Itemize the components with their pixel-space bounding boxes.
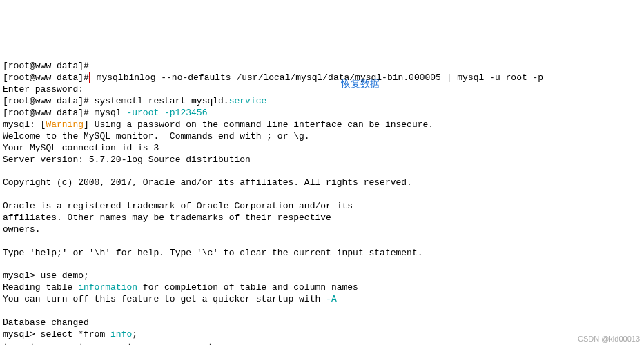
line-truncated: [root@www data]# — [3, 61, 89, 71]
command-highlight: mysqlbinlog --no-defaults /usr/local/mys… — [89, 72, 545, 83]
line-restart: [root@www data]# systemctl restart mysql… — [3, 96, 229, 106]
word-service: service — [229, 96, 267, 106]
line-trademark-3: owners. — [3, 224, 41, 235]
line-conn-id: Your MySQL connection id is 3 — [3, 143, 159, 153]
line-trademark-2: affiliates. Other names may be trademark… — [3, 213, 331, 223]
line-reading-a: Reading table — [3, 282, 78, 293]
warn-post: ] Using a password on the command line i… — [84, 119, 433, 130]
line-db-changed: Database changed — [3, 317, 89, 328]
line-use-db: mysql> use demo; — [3, 270, 89, 281]
terminal-output: [root@www data]# [root@www data]# mysqlb… — [3, 50, 641, 345]
line-mysql-login: [root@www data]# mysql — [3, 108, 126, 118]
prompt: [root@www data]# — [3, 72, 89, 83]
flag-a: -A — [326, 294, 337, 304]
line-trademark-1: Oracle is a registered trademark of Orac… — [3, 201, 353, 211]
warn-pre: mysql: [ — [3, 119, 46, 130]
annotation-restore-data: 恢复数据 — [341, 77, 380, 90]
line-help: Type 'help;' or '\h' for help. Type '\c'… — [3, 248, 423, 258]
line-server-ver: Server version: 5.7.20-log Source distri… — [3, 155, 251, 165]
watermark: CSDN @kid00013 — [578, 334, 640, 344]
word-information: information — [78, 282, 137, 293]
line-select-semi: ; — [132, 329, 137, 339]
line-reading-b: for completion of table and column names — [137, 282, 358, 293]
warning-word: Warning — [46, 119, 84, 130]
line-enter-pw: Enter password: — [3, 84, 84, 95]
line-feature-a: You can turn off this feature to get a q… — [3, 294, 326, 304]
line-welcome: Welcome to the MySQL monitor. Commands e… — [3, 131, 310, 141]
mysql-creds: -uroot -p123456 — [126, 108, 207, 118]
line-select-a: mysql> select *from — [3, 329, 110, 339]
line-copyright: Copyright (c) 2000, 2017, Oracle and/or … — [3, 177, 412, 188]
table-sep-top: +----+--------+--------+--------------+ — [3, 341, 213, 345]
table-name: info — [110, 329, 132, 339]
